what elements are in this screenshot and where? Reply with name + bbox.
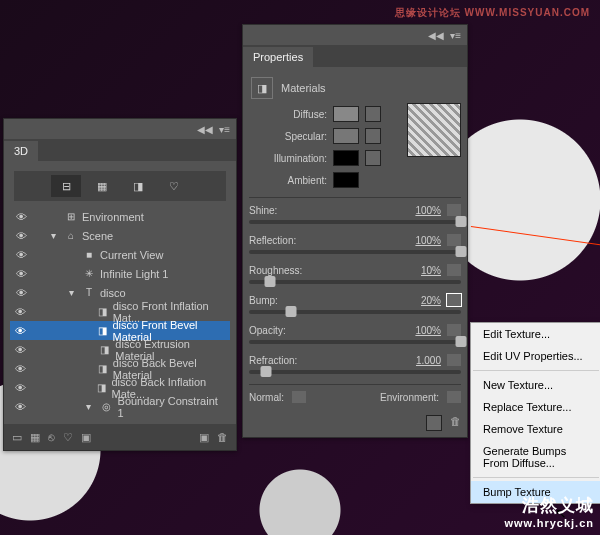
panel-header: ◀◀ ▾≡	[243, 25, 467, 45]
panel-menu-icon[interactable]: ▾≡	[450, 30, 461, 41]
slider-folder-icon[interactable]	[447, 264, 461, 276]
collapse-icon[interactable]: ◀◀	[428, 30, 444, 41]
diffuse-swatch[interactable]	[333, 106, 359, 122]
item-type-icon: ✳	[82, 268, 96, 279]
panel-menu-icon[interactable]: ▾≡	[219, 124, 230, 135]
menu-item[interactable]: Generate Bumps From Diffuse...	[471, 440, 600, 474]
slider-value[interactable]: 1.000	[391, 355, 441, 366]
trash-icon[interactable]: 🗑	[217, 431, 228, 443]
slider-thumb[interactable]	[456, 216, 467, 227]
item-type-icon: ◨	[96, 325, 108, 336]
visibility-eye-icon[interactable]: 👁	[14, 211, 28, 223]
camera-icon[interactable]: ▣	[81, 431, 91, 444]
visibility-eye-icon[interactable]: 👁	[14, 287, 28, 299]
tab-properties[interactable]: Properties	[243, 47, 313, 67]
visibility-eye-icon[interactable]: 👁	[14, 325, 27, 337]
specular-swatch[interactable]	[333, 128, 359, 144]
normal-folder-icon[interactable]	[292, 391, 306, 403]
3d-bottom-bar: ▭ ▦ ⎋ ♡ ▣ ▣ 🗑	[4, 424, 236, 450]
slider-track[interactable]	[249, 250, 461, 254]
slider-value[interactable]: 20%	[391, 295, 441, 306]
tree-item-label: disco	[100, 287, 126, 299]
visibility-eye-icon[interactable]: 👁	[14, 401, 28, 413]
slider-label: Roughness:	[249, 265, 319, 276]
filter-scene-icon[interactable]: ⊟	[51, 175, 81, 197]
menu-item[interactable]: Edit Texture...	[471, 323, 600, 345]
normal-label: Normal:	[249, 392, 284, 403]
slider-folder-icon[interactable]	[447, 204, 461, 216]
tab-3d[interactable]: 3D	[4, 141, 38, 161]
slider-value[interactable]: 10%	[391, 265, 441, 276]
ground-plane-icon[interactable]: ▭	[12, 431, 22, 444]
slider-value[interactable]: 100%	[391, 325, 441, 336]
item-type-icon: ◨	[96, 363, 109, 374]
tree-item-label: Boundary Constraint 1	[118, 395, 226, 419]
tree-item[interactable]: 👁■Current View	[10, 245, 230, 264]
tree-item-label: Infinite Light 1	[100, 268, 169, 280]
slider-thumb[interactable]	[456, 246, 467, 257]
slider-value[interactable]: 100%	[391, 205, 441, 216]
menu-item[interactable]: Replace Texture...	[471, 396, 600, 418]
tree-item[interactable]: 👁✳Infinite Light 1	[10, 264, 230, 283]
visibility-eye-icon[interactable]: 👁	[14, 268, 28, 280]
slider-track[interactable]	[249, 220, 461, 224]
slider-thumb[interactable]	[260, 366, 271, 377]
diffuse-texture-icon[interactable]	[365, 106, 381, 122]
slider-bump: Bump:20%	[249, 294, 461, 314]
slider-value[interactable]: 100%	[391, 235, 441, 246]
menu-item[interactable]: Remove Texture	[471, 418, 600, 440]
menu-item[interactable]: Edit UV Properties...	[471, 345, 600, 367]
item-type-icon: ■	[82, 249, 96, 260]
menu-item[interactable]: New Texture...	[471, 374, 600, 396]
slider-folder-icon[interactable]	[447, 324, 461, 336]
slider-track[interactable]	[249, 340, 461, 344]
watermark-bottom: 浩然义城 www.hryckj.cn	[504, 494, 594, 529]
illumination-folder-icon[interactable]	[365, 150, 381, 166]
trash-icon[interactable]: 🗑	[450, 415, 461, 431]
bump-context-menu: Edit Texture...Edit UV Properties...New …	[470, 322, 600, 504]
visibility-eye-icon[interactable]: 👁	[14, 230, 28, 242]
slider-label: Opacity:	[249, 325, 319, 336]
visibility-eye-icon[interactable]: 👁	[14, 249, 28, 261]
illumination-swatch[interactable]	[333, 150, 359, 166]
environment-label: Environment:	[380, 392, 439, 403]
tree-item[interactable]: 👁⊞Environment	[10, 207, 230, 226]
slider-shine: Shine:100%	[249, 204, 461, 224]
section-title: Materials	[281, 82, 326, 94]
expand-icon[interactable]: ▾	[64, 287, 78, 298]
tree-item[interactable]: 👁▾⌂Scene	[10, 226, 230, 245]
specular-folder-icon[interactable]	[365, 128, 381, 144]
panel-header: ◀◀ ▾≡	[4, 119, 236, 139]
link-icon[interactable]: ⎋	[48, 431, 55, 443]
item-type-icon: ◎	[100, 401, 114, 412]
slider-thumb[interactable]	[456, 336, 467, 347]
mesh-icon[interactable]: ▦	[30, 431, 40, 444]
3d-panel: ◀◀ ▾≡ 3D ⊟ ▦ ◨ ♡ 👁⊞Environment👁▾⌂Scene👁■…	[3, 118, 237, 451]
visibility-eye-icon[interactable]: 👁	[14, 306, 27, 318]
visibility-eye-icon[interactable]: 👁	[14, 363, 27, 375]
slider-track[interactable]	[249, 370, 461, 374]
expand-icon[interactable]: ▾	[82, 401, 96, 412]
environment-folder-icon[interactable]	[447, 391, 461, 403]
slider-track[interactable]	[249, 310, 461, 314]
slider-folder-icon[interactable]	[447, 354, 461, 366]
expand-icon[interactable]: ▾	[46, 230, 60, 241]
collapse-icon[interactable]: ◀◀	[197, 124, 213, 135]
filter-materials-icon[interactable]: ◨	[123, 175, 153, 197]
slider-folder-icon[interactable]	[447, 234, 461, 246]
tree-item[interactable]: 👁▾◎Boundary Constraint 1	[10, 397, 230, 416]
material-preview[interactable]	[407, 103, 461, 157]
render-icon[interactable]: ▣	[199, 431, 209, 444]
slider-folder-icon[interactable]	[447, 294, 461, 306]
visibility-eye-icon[interactable]: 👁	[14, 344, 27, 356]
slider-thumb[interactable]	[286, 306, 297, 317]
visibility-eye-icon[interactable]: 👁	[14, 382, 26, 394]
illumination-label: Illumination:	[249, 153, 327, 164]
ambient-swatch[interactable]	[333, 172, 359, 188]
reset-icon[interactable]	[426, 415, 442, 431]
light-icon[interactable]: ♡	[63, 431, 73, 444]
slider-track[interactable]	[249, 280, 461, 284]
filter-lights-icon[interactable]: ♡	[159, 175, 189, 197]
filter-meshes-icon[interactable]: ▦	[87, 175, 117, 197]
slider-thumb[interactable]	[265, 276, 276, 287]
